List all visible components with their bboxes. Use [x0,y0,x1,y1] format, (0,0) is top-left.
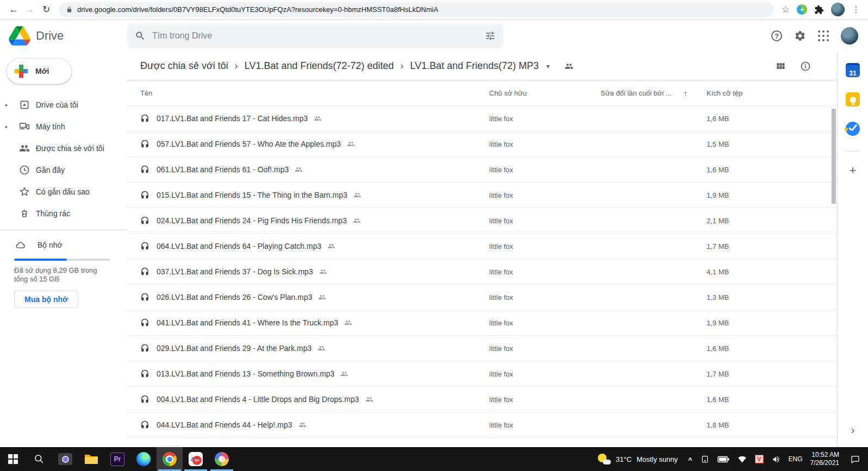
table-row[interactable]: 037.LV1.Bat and Friends 37 - Dog Is Sick… [127,259,837,285]
column-header-name[interactable]: Tên [140,89,489,97]
get-addons-plus-icon[interactable]: + [850,165,857,177]
storage-title[interactable]: Bộ nhớ [38,241,63,249]
search-options-tune-icon[interactable] [485,30,496,41]
storage-progress-bar [14,259,110,261]
expand-arrow-icon[interactable]: ▸ [0,102,13,108]
camera-app-icon[interactable] [52,447,78,471]
secure-lock-icon[interactable] [66,6,72,14]
browser-profile-avatar[interactable] [831,3,845,16]
expand-arrow-icon[interactable]: ▸ [0,124,13,129]
sidebar-item-my-drive[interactable]: ▸ Drive của tôi [0,94,127,116]
file-size: 1,6 MB [707,115,729,123]
action-center-icon[interactable] [845,447,868,471]
table-row[interactable]: 024.LV1.Bat and Friends 24 - Pig Finds H… [127,208,837,234]
sort-direction-icon[interactable]: ↑ [684,89,688,98]
file-shared-icon [346,140,355,148]
chrome-browser-icon[interactable] [157,447,183,471]
language-indicator[interactable]: ENG [785,447,807,471]
bookmark-star-icon[interactable]: ☆ [782,4,790,15]
table-row[interactable]: 026.LV1.Bat and Friends 26 - Cow's Plan.… [127,285,837,310]
folder-shared-icon[interactable] [564,62,574,71]
paint3d-app-icon[interactable] [209,447,235,471]
sidebar-item-label: Máy tính [36,122,65,131]
taskbar-clock[interactable]: 10:52 AM 7/26/2021 [807,447,845,471]
taskbar-weather-widget[interactable]: 31°C Mostly sunny [591,454,684,464]
new-button[interactable]: Mới [7,58,72,84]
table-row[interactable]: 061.LV1.Bat and Friends 61 - Oof!.mp3 li… [127,157,837,183]
breadcrumb-shared-with-me[interactable]: Được chia sẻ với tôi [140,60,228,72]
new-plus-icon [15,65,28,78]
drive-logo[interactable]: Drive [9,26,127,46]
table-row[interactable]: 017.LV1.Bat and Friends 17 - Cat Hides.m… [127,106,837,131]
browser-reload-button[interactable]: ↻ [38,2,54,18]
vertical-scrollbar[interactable] [832,109,836,204]
weather-temperature: 31°C [616,455,632,463]
sidebar-item-starred[interactable]: Có gắn dấu sao [0,181,127,203]
antivirus-tray-icon[interactable]: V [751,447,767,471]
column-header-modified[interactable]: Sửa đổi lần cuối bởi ... [601,89,672,97]
zalo-app-icon[interactable]: Zalo 5+ [183,447,209,471]
table-row[interactable]: 004.LV1.Bat and Friends 4 - Little Drops… [127,387,837,412]
tray-overflow-chevron-icon[interactable]: ^ [684,448,696,471]
url-text[interactable]: drive.google.com/drive/folders/0B7VY98EL… [77,5,438,14]
file-shared-icon [319,268,328,275]
breadcrumb: Được chia sẻ với tôi › LV1.Bat and Frien… [140,60,574,72]
table-row[interactable]: 013.LV1.Bat and Friends 13 - Something B… [127,361,837,387]
column-header-owner[interactable]: Chủ sở hữu [489,89,601,97]
breadcrumb-parent-folder[interactable]: LV1.Bat and Friends(72-72) edited [245,60,394,72]
search-icon[interactable] [135,30,146,41]
browser-menu-icon[interactable]: ⋮ [852,4,860,15]
audio-headphones-icon [140,216,149,225]
breadcrumb-current-folder[interactable]: LV1.Bat and Friends(72) MP3 [410,60,539,72]
tablet-cast-tray-icon[interactable] [696,447,714,471]
wifi-tray-icon[interactable] [733,447,751,471]
audio-headphones-icon [140,395,149,404]
buy-storage-button[interactable]: Mua bộ nhớ [14,291,78,308]
details-info-icon[interactable] [800,61,811,72]
browser-back-button[interactable]: ← [5,2,22,18]
battery-tray-icon[interactable] [714,447,733,471]
table-row[interactable]: 044.LV1.Bat and Friends 44 - Help!.mp3 l… [127,412,837,438]
address-bar[interactable]: drive.google.com/drive/folders/0B7VY98EL… [59,2,774,17]
premiere-pro-icon[interactable]: Pr [104,447,130,471]
drive-logo-text: Drive [36,29,64,43]
audio-headphones-icon [140,114,149,123]
browser-forward-button[interactable]: → [22,2,38,18]
search-input[interactable] [152,31,478,41]
google-apps-grid-icon[interactable] [818,30,829,41]
grid-view-toggle-icon[interactable] [775,61,786,72]
file-size: 1,7 MB [707,242,729,250]
table-row[interactable]: 029.LV1.Bat and Friends 29 - At the Park… [127,336,837,361]
table-row[interactable]: 064.LV1.Bat and Friends 64 - Playing Cat… [127,234,837,259]
file-explorer-icon[interactable] [78,447,104,471]
table-row[interactable]: 057.LV1.Bat and Friends 57 - Who Ate the… [127,131,837,157]
cloud-storage-icon [14,240,27,250]
account-avatar[interactable] [841,27,858,45]
drive-search-bar[interactable] [127,23,503,48]
start-button[interactable] [0,447,26,471]
edge-browser-icon[interactable] [130,447,157,471]
file-owner: little fox [489,370,513,378]
file-owner: little fox [489,166,513,174]
sidebar-item-computers[interactable]: ▸ Máy tính [0,116,127,137]
taskbar-search-button[interactable] [26,447,52,471]
file-name: 029.LV1.Bat and Friends 29 - At the Park… [157,344,311,353]
sidebar-item-shared-with-me[interactable]: Được chia sẻ với tôi [0,137,127,159]
keep-app-icon[interactable] [846,92,860,106]
tasks-app-icon[interactable] [846,122,860,136]
table-row[interactable]: 015.LV1.Bat and Friends 15 - The Thing i… [127,183,837,208]
help-icon[interactable]: ? [771,30,782,41]
extension-shortcut-icon[interactable]: + [797,4,807,15]
volume-tray-icon[interactable] [767,447,785,471]
table-row[interactable]: 041.LV1.Bat and Friends 41 - Where Is th… [127,310,837,336]
settings-gear-icon[interactable] [794,30,806,42]
file-shared-icon [344,319,353,326]
extensions-puzzle-icon[interactable] [814,5,824,15]
column-header-size[interactable]: Kích cỡ tệp [707,89,837,97]
sidebar-item-trash[interactable]: Thùng rác [0,203,127,224]
collapse-side-panel-icon[interactable]: › [851,424,855,436]
google-side-panel: 31 + › [837,52,868,447]
folder-actions-caret-icon[interactable]: ▾ [546,62,549,70]
calendar-app-icon[interactable]: 31 [846,63,860,77]
sidebar-item-recent[interactable]: Gần đây [0,159,127,181]
